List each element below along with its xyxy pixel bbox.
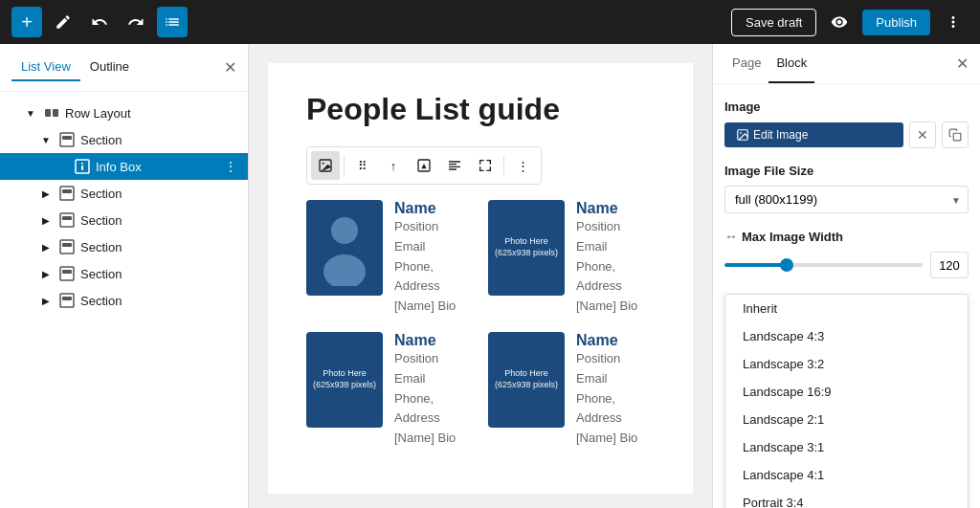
- person-email-4: Email: [576, 369, 655, 389]
- tab-page[interactable]: Page: [724, 44, 768, 83]
- move-up-btn[interactable]: ↑: [379, 151, 408, 180]
- svg-rect-24: [953, 133, 961, 141]
- person-photo-3: Photo Here(625x938 pixels): [306, 332, 383, 428]
- max-width-label: Max Image Width: [742, 230, 843, 244]
- preview-button[interactable]: [824, 7, 855, 37]
- panel-file-size-section: Image File Size full (800x1199) ▼: [724, 164, 969, 213]
- tab-outline[interactable]: Outline: [80, 54, 139, 81]
- max-width-input[interactable]: 120: [930, 252, 969, 278]
- publish-button[interactable]: Publish: [862, 10, 930, 35]
- dropdown-item-landscape-169[interactable]: Landscape 16:9: [725, 378, 968, 406]
- svg-rect-1: [53, 109, 58, 117]
- svg-rect-12: [62, 243, 72, 247]
- clear-image-button[interactable]: ✕: [909, 121, 936, 148]
- expand-arrow-s2[interactable]: ▶: [38, 186, 54, 201]
- tree-item-info-box[interactable]: Info Box ⋮: [0, 153, 248, 180]
- tree-item-section-1[interactable]: ▼ Section: [0, 126, 248, 153]
- person-phone-4: Phone, Address: [576, 389, 655, 430]
- info-box-menu[interactable]: ⋮: [221, 157, 240, 176]
- sidebar-header: List View Outline ✕: [0, 44, 248, 92]
- redo-button[interactable]: [121, 7, 151, 37]
- person-info-2: Name Position Email Phone, Address [Name…: [576, 200, 655, 317]
- list-view-button[interactable]: [157, 7, 188, 37]
- person-name-4: Name: [576, 332, 655, 349]
- expand-arrow-s6[interactable]: ▶: [38, 293, 54, 308]
- person-card-3: Photo Here(625x938 pixels) Name Position…: [306, 332, 473, 449]
- person-bio-3: [Name] Bio: [394, 429, 473, 449]
- dropdown-item-landscape-41[interactable]: Landscape 4:1: [725, 461, 968, 489]
- dropdown-item-portrait-34[interactable]: Portrait 3:4: [725, 489, 968, 508]
- tree-item-section-3[interactable]: ▶ Section: [0, 207, 248, 233]
- center-editor: People List guide ⠿ ↑ ⋮: [249, 44, 712, 508]
- dropdown-item-landscape-31[interactable]: Landscape 3:1: [725, 433, 968, 461]
- fullscreen-btn[interactable]: [471, 151, 500, 180]
- tree-item-section-6[interactable]: ▶ Section: [0, 287, 248, 314]
- more-btn[interactable]: ⋮: [508, 151, 537, 180]
- tree-item-section-4[interactable]: ▶ Section: [0, 233, 248, 260]
- svg-point-5: [81, 163, 83, 165]
- left-sidebar: List View Outline ✕ ▼ Row Layout ▼ Secti…: [0, 44, 249, 508]
- pencil-icon: [55, 13, 72, 31]
- svg-point-23: [740, 132, 742, 134]
- copy-icon: [948, 128, 962, 142]
- edit-image-button[interactable]: Edit Image: [724, 122, 903, 147]
- expand-arrow-ib[interactable]: [54, 159, 69, 174]
- expand-arrow-s5[interactable]: ▶: [38, 266, 54, 281]
- add-block-button[interactable]: +: [11, 7, 42, 37]
- dropdown-item-landscape-43[interactable]: Landscape 4:3: [725, 322, 968, 350]
- tools-button[interactable]: [48, 7, 78, 37]
- editor-area: People List guide ⠿ ↑ ⋮: [268, 63, 693, 494]
- person-photo-4: Photo Here(625x938 pixels): [488, 332, 565, 428]
- file-size-label: Image File Size: [724, 164, 969, 178]
- undo-button[interactable]: [84, 7, 115, 37]
- sidebar-close-button[interactable]: ✕: [224, 60, 236, 76]
- people-grid: Name Position Email Phone, Address [Name…: [306, 200, 655, 449]
- tree-item-row-layout[interactable]: ▼ Row Layout: [0, 99, 248, 126]
- section-1-label: Section: [80, 133, 240, 147]
- preview-icon: [831, 13, 848, 31]
- copy-image-button[interactable]: [942, 121, 969, 148]
- tree-item-section-5[interactable]: ▶ Section: [0, 260, 248, 287]
- person-phone-3: Phone, Address: [394, 389, 473, 430]
- person-email-1: Email: [394, 237, 473, 257]
- info-box-label: Info Box: [96, 160, 221, 174]
- dropdown-item-landscape-32[interactable]: Landscape 3:2: [725, 350, 968, 378]
- section-2-label: Section: [80, 187, 240, 201]
- topbar-right: Save draft Publish: [731, 7, 969, 37]
- right-panel-close-button[interactable]: ✕: [956, 55, 969, 73]
- person-email-2: Email: [576, 237, 655, 257]
- tab-block[interactable]: Block: [768, 44, 814, 83]
- toolbar-divider-1: [344, 156, 345, 175]
- row-layout-label: Row Layout: [65, 106, 240, 121]
- align-btn[interactable]: [440, 151, 469, 180]
- section-icon-6: [57, 291, 77, 310]
- dropdown-item-landscape-21[interactable]: Landscape 2:1: [725, 406, 968, 433]
- svg-rect-16: [62, 297, 72, 300]
- settings-button[interactable]: [938, 7, 969, 37]
- expand-arrow-s3[interactable]: ▶: [38, 212, 54, 228]
- svg-point-20: [331, 217, 358, 244]
- max-width-slider[interactable]: [724, 263, 923, 267]
- tree-item-section-2[interactable]: ▶ Section: [0, 180, 248, 207]
- person-bio-2: [Name] Bio: [576, 297, 655, 317]
- page-title[interactable]: People List guide: [306, 92, 655, 127]
- drag-btn[interactable]: ⠿: [348, 151, 377, 180]
- dropdown-item-inherit[interactable]: Inherit: [725, 295, 968, 322]
- tab-list-view[interactable]: List View: [11, 54, 80, 81]
- image-section-label: Image: [724, 99, 969, 114]
- add-media-btn[interactable]: [410, 151, 438, 180]
- section-5-label: Section: [80, 267, 240, 281]
- person-phone-2: Phone, Address: [576, 257, 655, 298]
- file-size-select[interactable]: full (800x1199): [724, 186, 969, 213]
- expand-arrow-s4[interactable]: ▶: [38, 239, 54, 254]
- expand-arrow-s1[interactable]: ▼: [38, 132, 54, 147]
- save-draft-button[interactable]: Save draft: [731, 9, 816, 36]
- person-email-3: Email: [394, 369, 473, 389]
- image-select-btn[interactable]: [311, 151, 340, 180]
- expand-arrow[interactable]: ▼: [23, 105, 38, 121]
- person-position-4: Position: [576, 349, 655, 369]
- person-card-1: Name Position Email Phone, Address [Name…: [306, 200, 473, 317]
- person-name-3: Name: [394, 332, 473, 349]
- section-icon-5: [57, 264, 77, 283]
- svg-rect-3: [62, 136, 72, 140]
